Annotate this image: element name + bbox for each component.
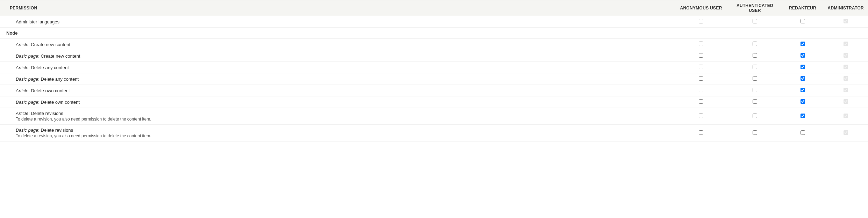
- checkbox-cell: [674, 96, 728, 108]
- checkbox-cell: [674, 125, 728, 141]
- permission-checkbox[interactable]: [801, 19, 805, 23]
- permission-checkbox[interactable]: [753, 53, 757, 58]
- permission-checkbox: [844, 42, 848, 46]
- header-role-3: ADMINISTRATOR: [824, 0, 868, 16]
- header-role-2: REDAKTEUR: [782, 0, 824, 16]
- checkbox-cell: [824, 62, 868, 73]
- checkbox-cell: [782, 73, 824, 85]
- checkbox-cell: [674, 50, 728, 62]
- permission-checkbox[interactable]: [801, 53, 805, 58]
- permission-checkbox[interactable]: [753, 130, 757, 135]
- permission-prefix: Article: [16, 111, 28, 116]
- checkbox-cell: [674, 16, 728, 28]
- permission-label: Create new content: [41, 53, 80, 59]
- permission-label: Delete own content: [41, 100, 80, 105]
- permission-checkbox[interactable]: [801, 76, 805, 81]
- checkbox-cell: [824, 85, 868, 96]
- permission-checkbox[interactable]: [699, 76, 703, 81]
- permissions-table: PERMISSION ANONYMOUS USER AUTHENTICATED …: [0, 0, 868, 141]
- permission-label: Delete revisions: [41, 128, 73, 133]
- permission-label-cell: Basic page: Delete any content: [0, 73, 674, 85]
- table-row: Basic page: Delete revisionsTo delete a …: [0, 125, 868, 141]
- permission-checkbox[interactable]: [699, 42, 703, 46]
- permission-label-cell: Article: Delete any content: [0, 62, 674, 73]
- permission-checkbox[interactable]: [801, 65, 805, 69]
- checkbox-cell: [728, 85, 782, 96]
- checkbox-cell: [782, 62, 824, 73]
- permission-checkbox[interactable]: [753, 19, 757, 23]
- permission-label: Delete own content: [31, 88, 70, 93]
- checkbox-cell: [728, 73, 782, 85]
- checkbox-cell: [782, 50, 824, 62]
- permission-checkbox: [844, 99, 848, 104]
- permission-label-cell: Basic page: Delete own content: [0, 96, 674, 108]
- permission-checkbox[interactable]: [753, 114, 757, 118]
- checkbox-cell: [782, 108, 824, 125]
- permission-checkbox[interactable]: [699, 65, 703, 69]
- checkbox-cell: [824, 108, 868, 125]
- permission-description: To delete a revision, you also need perm…: [16, 117, 670, 122]
- permission-prefix: Basic page: [16, 77, 38, 82]
- checkbox-cell: [782, 16, 824, 28]
- checkbox-cell: [674, 85, 728, 96]
- table-row: Article: Delete any content: [0, 62, 868, 73]
- permission-checkbox[interactable]: [699, 99, 703, 104]
- permission-checkbox[interactable]: [801, 88, 805, 92]
- checkbox-cell: [824, 96, 868, 108]
- permission-checkbox: [844, 53, 848, 58]
- permission-checkbox[interactable]: [753, 65, 757, 69]
- permission-checkbox[interactable]: [753, 76, 757, 81]
- checkbox-cell: [824, 73, 868, 85]
- permission-checkbox[interactable]: [699, 19, 703, 23]
- table-row: Article: Delete own content: [0, 85, 868, 96]
- checkbox-cell: [824, 50, 868, 62]
- permission-checkbox[interactable]: [699, 53, 703, 58]
- table-row: Basic page: Delete any content: [0, 73, 868, 85]
- permission-label: Administer languages: [16, 19, 59, 24]
- permission-prefix: Basic page: [16, 53, 38, 59]
- permission-checkbox: [844, 130, 848, 135]
- permission-checkbox[interactable]: [699, 130, 703, 135]
- checkbox-cell: [728, 108, 782, 125]
- checkbox-cell: [824, 125, 868, 141]
- permission-checkbox[interactable]: [753, 88, 757, 92]
- permission-checkbox[interactable]: [699, 114, 703, 118]
- checkbox-cell: [728, 125, 782, 141]
- permission-checkbox[interactable]: [801, 130, 805, 135]
- permission-label: Delete any content: [31, 65, 69, 70]
- table-row: Node: [0, 28, 868, 39]
- checkbox-cell: [728, 62, 782, 73]
- checkbox-cell: [824, 16, 868, 28]
- permission-checkbox: [844, 76, 848, 81]
- permission-label-cell: Administer languages: [0, 16, 674, 28]
- header-permission: PERMISSION: [0, 0, 674, 16]
- permission-checkbox: [844, 114, 848, 118]
- permission-checkbox: [844, 65, 848, 69]
- permission-checkbox[interactable]: [801, 99, 805, 104]
- permission-prefix: Article: [16, 88, 28, 93]
- permission-label: Delete revisions: [31, 111, 63, 116]
- permission-prefix: Basic page: [16, 100, 38, 105]
- permission-checkbox[interactable]: [801, 114, 805, 118]
- permission-label-cell: Article: Delete revisionsTo delete a rev…: [0, 108, 674, 125]
- permission-description: To delete a revision, you also need perm…: [16, 133, 670, 138]
- permission-label: Delete any content: [41, 77, 79, 82]
- permission-checkbox[interactable]: [801, 42, 805, 46]
- checkbox-cell: [728, 16, 782, 28]
- checkbox-cell: [674, 108, 728, 125]
- permission-label-cell: Basic page: Delete revisionsTo delete a …: [0, 125, 674, 141]
- permission-prefix: Basic page: [16, 128, 38, 133]
- section-label: Node: [0, 28, 868, 39]
- checkbox-cell: [782, 125, 824, 141]
- permission-prefix: Article: [16, 42, 28, 47]
- permission-checkbox[interactable]: [699, 88, 703, 92]
- checkbox-cell: [674, 73, 728, 85]
- checkbox-cell: [728, 50, 782, 62]
- checkbox-cell: [782, 39, 824, 50]
- checkbox-cell: [824, 39, 868, 50]
- checkbox-cell: [782, 85, 824, 96]
- permission-checkbox[interactable]: [753, 99, 757, 104]
- permission-checkbox[interactable]: [753, 42, 757, 46]
- header-role-0: ANONYMOUS USER: [674, 0, 728, 16]
- table-row: Basic page: Create new content: [0, 50, 868, 62]
